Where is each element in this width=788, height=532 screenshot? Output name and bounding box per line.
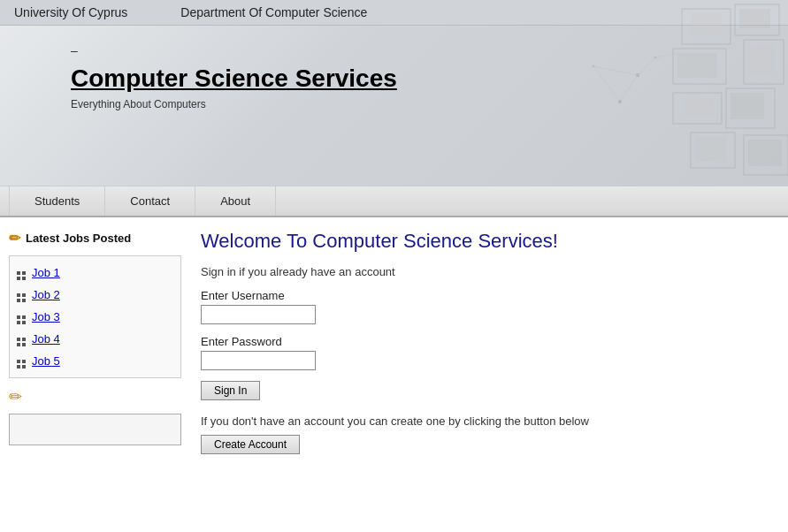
grid-icon-2 xyxy=(17,286,27,303)
site-subtitle: Everything About Computers xyxy=(71,98,788,110)
site-title: Computer Science Services xyxy=(71,65,788,93)
sidebar-title: ✏ Latest Jobs Posted xyxy=(9,226,181,250)
username-input[interactable] xyxy=(201,305,316,324)
welcome-title: Welcome To Computer Science Services! xyxy=(201,230,770,253)
svg-rect-15 xyxy=(748,140,782,166)
create-account-text: If you don't have an account you can cre… xyxy=(201,414,770,428)
university-name: University Of Cyprus xyxy=(14,5,127,19)
sidebar-pencil-icon: ✏ xyxy=(9,387,181,407)
department-name: Department Of Computer Science xyxy=(180,5,367,19)
navbar: Students Contact About xyxy=(0,186,788,217)
job-item-1[interactable]: Job 1 xyxy=(17,262,173,284)
jobs-list: Job 1 Job 2 Job 3 xyxy=(9,255,181,378)
grid-icon-4 xyxy=(17,331,27,347)
job-item-5[interactable]: Job 5 xyxy=(17,350,173,372)
header-dash: – xyxy=(71,43,78,57)
job-item-3[interactable]: Job 3 xyxy=(17,306,173,328)
svg-rect-13 xyxy=(695,137,726,162)
signin-button[interactable]: Sign In xyxy=(201,381,260,400)
create-account-button[interactable]: Create Account xyxy=(201,435,300,454)
pencil-icon: ✏ xyxy=(9,230,20,247)
grid-icon-3 xyxy=(17,308,27,325)
password-input[interactable] xyxy=(201,351,316,370)
username-label: Enter Username xyxy=(201,289,770,302)
sidebar-input-box xyxy=(9,414,181,445)
nav-students[interactable]: Students xyxy=(9,186,105,216)
nav-about[interactable]: About xyxy=(195,186,276,216)
nav-contact[interactable]: Contact xyxy=(105,186,195,216)
sidebar: ✏ Latest Jobs Posted Job 1 xyxy=(9,226,181,458)
password-label: Enter Password xyxy=(201,335,770,348)
grid-icon-5 xyxy=(17,353,27,369)
grid-icon-1 xyxy=(17,264,27,281)
signin-prompt: Sign in if you already have an account xyxy=(201,265,770,278)
job-item-4[interactable]: Job 4 xyxy=(17,328,173,350)
job-item-2[interactable]: Job 2 xyxy=(17,284,173,306)
content-area: Welcome To Computer Science Services! Si… xyxy=(192,226,779,458)
